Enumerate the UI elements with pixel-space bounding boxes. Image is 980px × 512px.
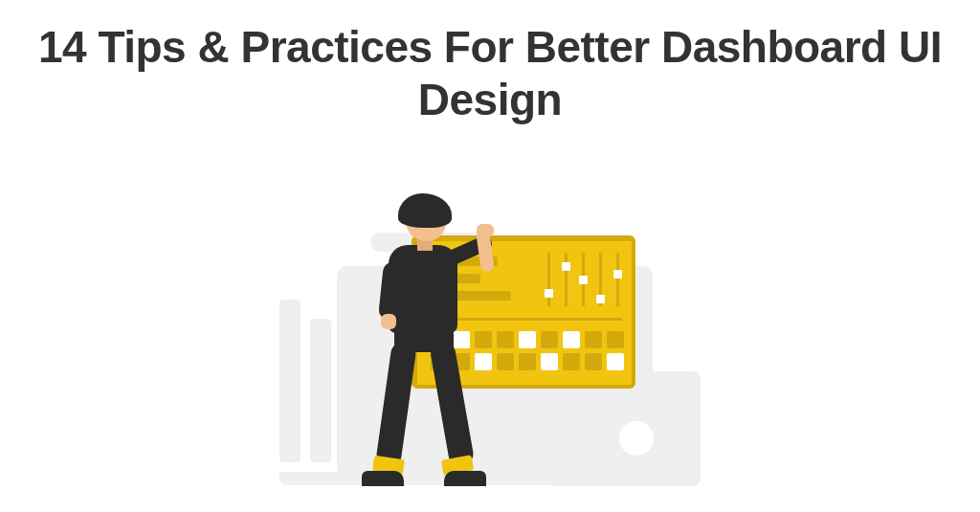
panel-slider-icon: [599, 253, 602, 306]
panel-slider-icon: [582, 253, 585, 306]
person-illustration-icon: [354, 199, 507, 496]
bg-tower-icon: [310, 319, 331, 462]
bg-circle-inner-icon: [619, 421, 654, 456]
hero-illustration: [279, 151, 701, 505]
panel-slider-icon: [565, 253, 568, 306]
panel-slider-icon: [616, 253, 619, 306]
panel-slider-icon: [547, 253, 550, 306]
page-title: 14 Tips & Practices For Better Dashboard…: [0, 0, 980, 126]
bg-tower-icon: [279, 300, 301, 462]
